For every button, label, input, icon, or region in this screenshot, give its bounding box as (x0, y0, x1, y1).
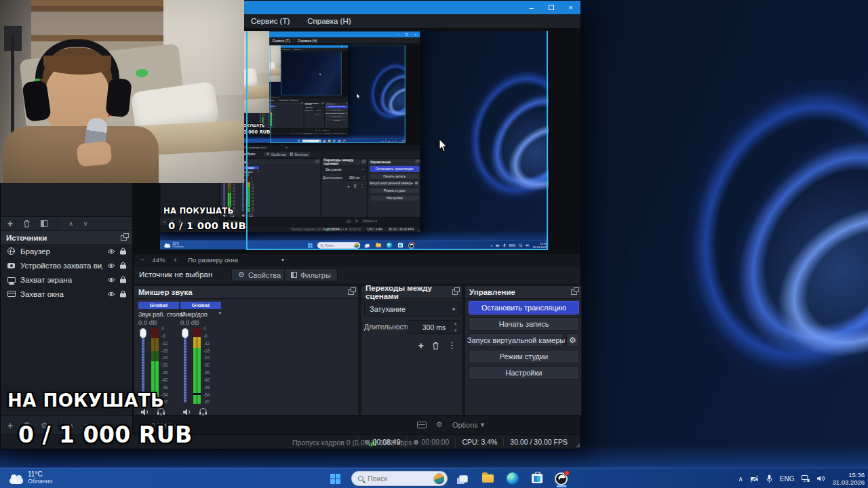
close-button[interactable]: × (561, 1, 580, 14)
properties-button[interactable]: ⚙ Свойства (231, 268, 288, 281)
transition-select[interactable]: Затухание ▾ (364, 302, 460, 317)
popout-icon[interactable] (452, 289, 458, 295)
lock-icon[interactable] (120, 276, 126, 283)
transition-menu-dots-icon[interactable]: ⋮ (448, 340, 456, 350)
source-properties-gear-icon[interactable]: ⚙ (41, 421, 48, 430)
start-virtual-camera-button[interactable]: Запуск виртуальной камеры (469, 333, 564, 347)
menu-service[interactable]: Сервис (T) (251, 17, 290, 25)
speaker-icon[interactable] (182, 408, 191, 416)
maximize-button[interactable] (541, 1, 561, 14)
channel-name[interactable]: Микр/доп (180, 310, 208, 318)
microsoft-store-button[interactable] (528, 470, 545, 488)
options-dropdown[interactable]: Options ▾ (452, 420, 484, 429)
tray-chevron-icon[interactable]: ∧ (738, 475, 743, 483)
camera-off-icon[interactable] (750, 475, 759, 483)
network-icon[interactable] (801, 474, 810, 483)
network-icon (519, 243, 523, 247)
add-source-button[interactable]: + (7, 421, 13, 430)
gear-icon[interactable]: ⚙ (436, 420, 443, 429)
lock-icon[interactable] (120, 247, 126, 255)
lock-icon[interactable] (120, 262, 126, 269)
volume-slider[interactable] (184, 329, 186, 403)
start-recording-button: Начать запись (326, 108, 348, 111)
move-scene-up-button[interactable]: ∧ (68, 220, 73, 227)
search-icon (358, 476, 363, 481)
menu-help[interactable]: Справка (H) (307, 17, 351, 25)
db-tick-label: -18 (203, 349, 210, 354)
notification-badge (412, 241, 415, 244)
clock-date: 31.03.2026 (399, 141, 406, 142)
microphone-icon (502, 243, 506, 247)
chevron-down-icon[interactable]: ▾ (281, 257, 284, 263)
db-tick-label: -42 (233, 201, 235, 203)
spin-up-icon[interactable]: ∧ (454, 321, 457, 327)
vu-meter (228, 178, 231, 212)
visibility-eye-icon[interactable] (107, 263, 115, 268)
stop-streaming-button[interactable]: Остановить трансляцию (469, 301, 579, 314)
add-transition-button[interactable]: + (418, 341, 424, 350)
popout-icon[interactable] (348, 289, 354, 295)
virtual-camera-settings-button[interactable]: ⚙ (566, 333, 579, 347)
task-view-button[interactable] (455, 470, 472, 488)
source-row-browser[interactable]: Браузер (1, 244, 132, 258)
move-scene-down-button[interactable]: ∨ (83, 220, 88, 227)
popout-icon[interactable] (121, 235, 127, 241)
spin-down-icon[interactable]: ∨ (454, 327, 457, 333)
windows-logo-icon (298, 140, 300, 142)
language-indicator[interactable]: ENG (780, 475, 795, 483)
remove-transition-button[interactable] (432, 342, 439, 350)
move-source-up-button[interactable]: ∧ (69, 422, 74, 429)
studio-mode-button[interactable]: Режим студии (469, 350, 579, 363)
search-input[interactable] (368, 474, 429, 483)
move-source-down-button[interactable]: ∨ (84, 422, 89, 429)
source-row-video-capture[interactable]: Устройство захвата видео (1, 258, 132, 272)
zoom-out-button[interactable]: − (140, 256, 144, 264)
db-tick-label: -24 (251, 190, 254, 192)
speaker-icon[interactable] (140, 408, 149, 416)
volume-slider[interactable] (142, 329, 144, 403)
start-button[interactable] (327, 470, 344, 488)
gear-icon: ⚙ (267, 152, 269, 157)
source-row-display-capture[interactable]: Захват экрана (1, 272, 132, 287)
taskbar-search-box[interactable] (351, 471, 448, 486)
file-explorer-button[interactable] (479, 470, 496, 488)
add-source-button: + (163, 220, 166, 224)
cpu-usage-label: CPU: 3.4% (323, 133, 332, 135)
minimize-button[interactable]: – (521, 1, 541, 14)
panel-icon[interactable] (417, 422, 427, 428)
visibility-eye-icon[interactable] (107, 249, 115, 254)
settings-button[interactable]: Настройки (469, 366, 579, 380)
resize-grip-icon[interactable]: ◢ (576, 442, 580, 448)
fit-to-window-select[interactable]: По размеру окна (188, 256, 238, 264)
scene-filters-icon[interactable] (41, 220, 47, 227)
obs-taskbar-button (408, 241, 415, 249)
visibility-eye-icon[interactable] (107, 291, 115, 297)
edge-browser-button[interactable] (504, 470, 521, 488)
chevron-down-icon: ▾ (328, 129, 329, 131)
start-recording-button[interactable]: Начать запись (469, 317, 579, 331)
taskbar-clock[interactable]: 15:36 31.03.2026 (832, 471, 865, 486)
visibility-eye-icon[interactable] (107, 277, 115, 283)
add-scene-button[interactable]: + (7, 219, 13, 228)
source-row-window-capture[interactable]: Захват окна (1, 287, 132, 301)
volume-slider-handle[interactable] (182, 328, 189, 338)
controls-dock: Управление Остановить трансляцию Начать … (368, 159, 420, 217)
lock-icon[interactable] (120, 290, 126, 298)
volume-icon[interactable] (816, 474, 825, 483)
chevron-down-icon[interactable]: ▾ (219, 310, 221, 318)
taskbar-weather-widget[interactable]: 11°C Облачно (9, 470, 52, 485)
volume-slider-handle[interactable] (140, 328, 146, 338)
obs-taskbar-button[interactable] (553, 470, 570, 488)
remove-source-button[interactable] (23, 422, 31, 430)
channel-name[interactable]: Звук раб. стола (138, 310, 182, 318)
zoom-in-button[interactable]: + (174, 256, 178, 264)
window-buttons: – × (393, 31, 420, 37)
preview-zoom-toolbar: − 44% + По размеру окна ▾ (134, 254, 580, 266)
popout-icon[interactable] (571, 289, 577, 295)
microphone-icon[interactable] (766, 474, 773, 483)
maximize-button (402, 31, 411, 37)
filters-button[interactable]: Фильтры (284, 268, 338, 281)
remove-scene-button[interactable] (23, 220, 31, 228)
duration-spinbox[interactable]: 300 ms ∧∨ (408, 320, 460, 334)
duration-spinbox: 300 ms ∧∨ (342, 174, 366, 180)
